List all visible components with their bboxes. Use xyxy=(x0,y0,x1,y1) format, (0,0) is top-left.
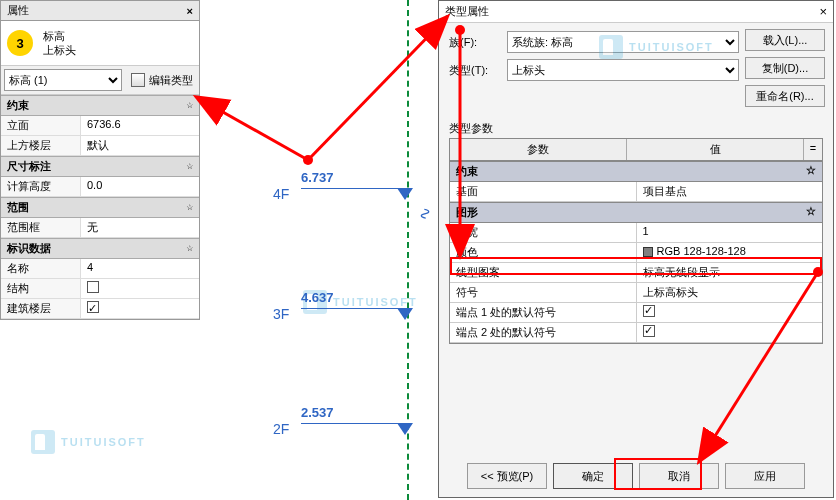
section-header[interactable]: 图形☆ xyxy=(450,202,822,223)
property-row[interactable]: 结构 xyxy=(1,279,199,299)
param-key: 线宽 xyxy=(450,223,637,242)
property-key: 立面 xyxy=(1,116,81,135)
param-row[interactable]: 端点 1 处的默认符号 xyxy=(450,303,822,323)
level-line xyxy=(301,423,411,424)
property-row[interactable]: 上方楼层默认 xyxy=(1,136,199,156)
family-label: 族(F): xyxy=(449,35,507,50)
checkbox-icon[interactable] xyxy=(87,281,99,293)
col-eq: = xyxy=(804,139,822,160)
level-line xyxy=(301,308,411,309)
property-key: 上方楼层 xyxy=(1,136,81,155)
type-select[interactable]: 上标头 xyxy=(507,59,739,81)
close-icon[interactable]: × xyxy=(819,4,827,19)
properties-title-bar: 属性 × xyxy=(1,1,199,21)
properties-header-labels: 标高 上标头 xyxy=(43,29,76,57)
property-value[interactable] xyxy=(81,279,199,298)
table-header: 参数 值 = xyxy=(450,139,822,161)
properties-grid: 约束☆立面6736.6上方楼层默认尺寸标注☆计算高度0.0范围☆范围框无标识数据… xyxy=(1,95,199,319)
group-header[interactable]: 约束☆ xyxy=(1,95,199,116)
property-value[interactable]: 4 xyxy=(81,259,199,278)
param-key: 基面 xyxy=(450,182,637,201)
level-floor: 2F xyxy=(273,421,289,437)
param-value[interactable] xyxy=(637,303,823,322)
rename-button[interactable]: 重命名(R)... xyxy=(745,85,825,107)
type-label: 类型(T): xyxy=(449,63,507,78)
group-header[interactable]: 尺寸标注☆ xyxy=(1,156,199,177)
col-param: 参数 xyxy=(450,139,627,160)
instance-selector[interactable]: 标高 (1) xyxy=(4,69,122,91)
property-row[interactable]: 建筑楼层✓ xyxy=(1,299,199,319)
level-line xyxy=(301,188,411,189)
property-key: 计算高度 xyxy=(1,177,81,196)
level-floor: 4F xyxy=(273,186,289,202)
param-row[interactable]: 端点 2 处的默认符号 xyxy=(450,323,822,343)
property-value[interactable]: 0.0 xyxy=(81,177,199,196)
level-value: 6.737 xyxy=(301,170,334,185)
type-parameters: 类型参数 参数 值 = 约束☆基面项目基点图形☆线宽1颜色RGB 128-128… xyxy=(449,121,823,344)
ok-button[interactable]: 确定 xyxy=(553,463,633,489)
checkbox-icon[interactable] xyxy=(643,325,655,337)
param-row[interactable]: 符号上标高标头 xyxy=(450,283,822,303)
preview-button[interactable]: << 预览(P) xyxy=(467,463,547,489)
param-value[interactable]: RGB 128-128-128 xyxy=(637,243,823,262)
type-label: 上标头 xyxy=(43,43,76,57)
param-value[interactable]: 1 xyxy=(637,223,823,242)
group-header[interactable]: 范围☆ xyxy=(1,197,199,218)
param-key: 符号 xyxy=(450,283,637,302)
properties-header[interactable]: 3 标高 上标头 xyxy=(1,21,199,66)
step-badge-3: 3 xyxy=(7,30,33,56)
edit-type-icon xyxy=(131,73,145,87)
watermark: TUITUISOFT xyxy=(31,430,146,454)
param-key: 颜色 xyxy=(450,243,637,262)
property-value[interactable]: ✓ xyxy=(81,299,199,318)
level-head-icon xyxy=(397,423,413,435)
col-value: 值 xyxy=(627,139,804,160)
param-value[interactable]: 上标高标头 xyxy=(637,283,823,302)
param-row[interactable]: 线型图案标高无线段显示 xyxy=(450,263,822,283)
watermark-logo-icon xyxy=(31,430,55,454)
dialog-footer: << 预览(P) 确定 取消 应用 xyxy=(439,463,833,489)
property-value[interactable]: 默认 xyxy=(81,136,199,155)
level-value: 2.537 xyxy=(301,405,334,420)
property-key: 建筑楼层 xyxy=(1,299,81,318)
type-properties-dialog: 类型属性 × 族(F): 系统族: 标高 类型(T): 上标头 载入(L)...… xyxy=(438,0,834,498)
group-header[interactable]: 标识数据☆ xyxy=(1,238,199,259)
param-row[interactable]: 基面项目基点 xyxy=(450,182,822,202)
level-value: 4.637 xyxy=(301,290,334,305)
color-swatch xyxy=(643,247,653,257)
watermark-logo-icon xyxy=(599,35,623,59)
level-floor: 3F xyxy=(273,306,289,322)
checkbox-icon[interactable]: ✓ xyxy=(87,301,99,313)
level-marker[interactable]: 2.5372F xyxy=(301,405,334,420)
param-value[interactable] xyxy=(637,323,823,342)
edit-type-button[interactable]: 编辑类型 xyxy=(125,66,199,94)
copy-button[interactable]: 复制(D)... xyxy=(745,57,825,79)
property-row[interactable]: 立面6736.6 xyxy=(1,116,199,136)
param-row[interactable]: 颜色RGB 128-128-128 xyxy=(450,243,822,263)
property-row[interactable]: 名称4 xyxy=(1,259,199,279)
type-parameters-label: 类型参数 xyxy=(449,121,823,136)
property-value[interactable]: 6736.6 xyxy=(81,116,199,135)
param-value[interactable]: 项目基点 xyxy=(637,182,823,201)
dialog-title: 类型属性 xyxy=(445,4,489,19)
property-key: 结构 xyxy=(1,279,81,298)
property-value[interactable]: 无 xyxy=(81,218,199,237)
level-marker[interactable]: 6.7374F xyxy=(301,170,334,185)
level-head-icon xyxy=(397,188,413,200)
apply-button[interactable]: 应用 xyxy=(725,463,805,489)
param-key: 线型图案 xyxy=(450,263,637,282)
property-row[interactable]: 计算高度0.0 xyxy=(1,177,199,197)
param-value[interactable]: 标高无线段显示 xyxy=(637,263,823,282)
param-key: 端点 2 处的默认符号 xyxy=(450,323,637,342)
param-row[interactable]: 线宽1 xyxy=(450,223,822,243)
properties-panel: 属性 × 3 标高 上标头 标高 (1) 编辑类型 约束☆立面6736.6上方楼… xyxy=(0,0,200,320)
close-icon[interactable]: × xyxy=(187,5,193,17)
cancel-button[interactable]: 取消 xyxy=(639,463,719,489)
property-row[interactable]: 范围框无 xyxy=(1,218,199,238)
param-key: 端点 1 处的默认符号 xyxy=(450,303,637,322)
edit-type-label: 编辑类型 xyxy=(149,73,193,88)
level-marker[interactable]: 4.6373F xyxy=(301,290,334,305)
section-header[interactable]: 约束☆ xyxy=(450,161,822,182)
checkbox-icon[interactable] xyxy=(643,305,655,317)
load-button[interactable]: 载入(L)... xyxy=(745,29,825,51)
